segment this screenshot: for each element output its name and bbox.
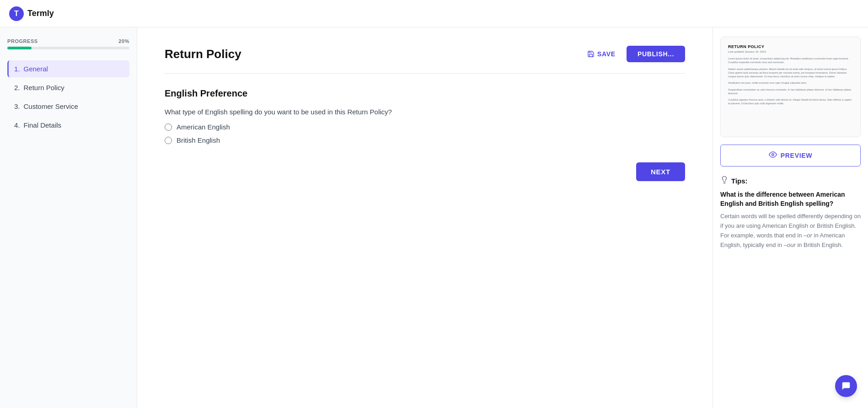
page-title: Return Policy [165, 47, 241, 61]
doc-preview-para-2: Nullam auctor pellentesque pretium. Maur… [728, 67, 853, 79]
tips-body: Certain words will be spelled differentl… [720, 212, 861, 250]
header-actions: SAVE PUBLISH... [582, 46, 685, 62]
radio-british-label: British English [177, 136, 220, 144]
sidebar-item-return-policy[interactable]: 2. Return Policy [7, 79, 129, 96]
preview-button[interactable]: PREVIEW [720, 145, 861, 166]
radio-british-input[interactable] [165, 137, 172, 144]
sidebar-item-general[interactable]: 1. General [7, 60, 129, 77]
progress-percent: 20% [118, 38, 129, 44]
svg-point-0 [772, 154, 774, 156]
sidebar-item-number: 2. [14, 84, 20, 91]
logo-icon: T [9, 6, 24, 21]
save-button[interactable]: SAVE [582, 47, 621, 61]
doc-preview-date: Last updated January 16, 2023 [728, 50, 853, 53]
sidebar-item-label: General [24, 65, 48, 73]
sidebar-item-number: 1. [14, 65, 20, 73]
sidebar-item-label: Return Policy [24, 84, 64, 91]
tips-question: What is the difference between American … [720, 190, 861, 208]
nav-list: 1. General 2. Return Policy 3. Customer … [7, 60, 129, 134]
next-button[interactable]: NEXT [636, 162, 685, 181]
doc-preview-para-3: Vestibulum leo justo, mollis euismod nun… [728, 81, 853, 85]
progress-bar-background [7, 47, 129, 49]
logo[interactable]: T Termly [9, 6, 54, 21]
save-icon [587, 50, 595, 58]
chat-bubble[interactable] [835, 375, 857, 397]
doc-preview-para-4: Suspendisse consectetur ac odio rhoncus … [728, 88, 853, 96]
sidebar-item-final-details[interactable]: 4. Final Details [7, 117, 129, 134]
main-content: Return Policy SAVE PUBLISH... English Pr… [137, 27, 713, 408]
sidebar-item-number: 4. [14, 121, 20, 129]
bulb-icon [720, 176, 729, 186]
radio-british-english[interactable]: British English [165, 136, 685, 144]
progress-bar-fill [7, 47, 32, 49]
radio-american-english[interactable]: American English [165, 123, 685, 131]
document-preview-card: RETURN POLICY Last updated January 16, 2… [720, 37, 861, 137]
tips-label: Tips: [731, 177, 748, 185]
doc-preview-para-5: Curabitur egestas rhoncus ante, a lobort… [728, 98, 853, 106]
tips-section: Tips: What is the difference between Ame… [720, 174, 861, 252]
divider [165, 73, 685, 74]
progress-section: PROGRESS 20% [7, 38, 129, 49]
app-header: T Termly [0, 0, 868, 27]
next-btn-wrapper: NEXT [165, 162, 685, 181]
sidebar-item-customer-service[interactable]: 3. Customer Service [7, 98, 129, 115]
right-panel: RETURN POLICY Last updated January 16, 2… [713, 27, 868, 408]
section-title: English Preference [165, 88, 685, 99]
sidebar-item-label: Final Details [24, 121, 62, 129]
doc-preview-para-1: Lorem ipsum dolor sit amet, consectetur … [728, 57, 853, 64]
radio-american-label: American English [177, 123, 230, 131]
logo-text: Termly [27, 9, 54, 18]
progress-label: PROGRESS 20% [7, 38, 129, 44]
sidebar-item-number: 3. [14, 102, 20, 110]
layout: PROGRESS 20% 1. General 2. Return Policy… [0, 27, 868, 408]
sidebar: PROGRESS 20% 1. General 2. Return Policy… [0, 27, 137, 408]
publish-button[interactable]: PUBLISH... [627, 46, 685, 62]
question-text: What type of English spelling do you wan… [165, 108, 685, 116]
preview-label: PREVIEW [781, 152, 812, 159]
sidebar-item-label: Customer Service [24, 102, 78, 110]
main-header: Return Policy SAVE PUBLISH... [165, 46, 685, 62]
eye-icon [769, 150, 777, 161]
radio-group: American English British English [165, 123, 685, 144]
doc-preview-title: RETURN POLICY [728, 44, 853, 49]
radio-american-input[interactable] [165, 123, 172, 131]
tips-header: Tips: [720, 176, 861, 186]
